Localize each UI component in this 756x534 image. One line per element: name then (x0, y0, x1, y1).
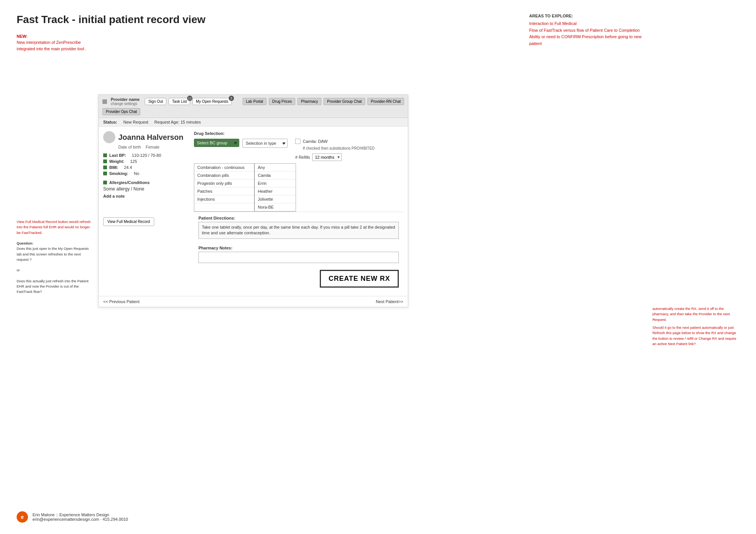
task-list-wrapper: Task List 11 (169, 98, 190, 105)
selection-type-select[interactable]: Selection in type (242, 139, 288, 148)
camila-row: Camila: DAW (295, 139, 375, 144)
vital-dot-bmi (103, 166, 107, 169)
bc-group-wrapper: Select BC group ▼ (194, 139, 239, 147)
patient-directions-label: Patient Directions: (198, 216, 399, 220)
bc-group-select[interactable]: Select BC group (194, 139, 239, 147)
area-item-2: Flow of FastTrack versus flow of Patient… (529, 27, 650, 34)
next-patient-link[interactable]: Next Patient>> (376, 299, 403, 304)
bc-group-container: Combination - continuous Combination pil… (194, 163, 403, 212)
areas-heading: AREAS TO EXPLORE: (529, 14, 650, 18)
provider-icon (102, 99, 107, 104)
note-view-full: View Full Medical Record button would re… (17, 219, 92, 295)
create-rx-button[interactable]: CREATE NEW RX (320, 270, 399, 288)
patient-avatar (103, 131, 115, 143)
sign-out-button[interactable]: Sign Out (145, 98, 166, 105)
vital-dot-smoking (103, 172, 107, 175)
add-note[interactable]: Add a note (103, 194, 164, 198)
left-annotation: NEW: New interpretation of ZenPrescribe … (17, 34, 92, 52)
bc-item-injections[interactable]: Injections (194, 195, 254, 203)
refills-label: # Refills (295, 155, 310, 159)
note-right-2: Should it go to the next patient automat… (652, 325, 739, 347)
patient-dob: Date of birth Female (118, 145, 194, 149)
camila-sub: If checked then substitutions PROHIBITED (303, 146, 375, 150)
provider-sub: change settings (111, 102, 139, 106)
bc-item-patches[interactable]: Patches (194, 187, 254, 195)
bc-group-list: Combination - continuous Combination pil… (194, 163, 254, 212)
pharmacy-tab[interactable]: Pharmacy (297, 98, 321, 105)
provider-group-chat-tab[interactable]: Provider Group Chat (324, 98, 365, 105)
my-open-requests-badge: 3 (229, 96, 234, 101)
selection-type-list: Any Camila Errin Heather Jolivette Nora-… (254, 163, 296, 212)
footer: e Erin Malone :: Experience Matters Desi… (17, 511, 128, 523)
new-label: NEW: (17, 34, 92, 39)
refills-wrapper: 12 months (312, 153, 342, 161)
bc-item-combination-continuous[interactable]: Combination - continuous (194, 164, 254, 172)
drug-selection-label: Drug Selection: (194, 131, 403, 136)
my-open-requests-wrapper: My Open Requests 3 (192, 98, 232, 105)
vital-bp: Last BP: 110-120 / 70-80 (103, 153, 194, 158)
patient-name-row: Joanna Halverson (103, 131, 194, 143)
lab-portal-tab[interactable]: Lab Portal (243, 98, 267, 105)
view-full-record-area: View Full Medical Record (103, 217, 194, 226)
bc-item-combination-pills[interactable]: Combination pills (194, 172, 254, 180)
my-open-requests-button[interactable]: My Open Requests (192, 98, 232, 105)
allergies-section: Allergies/Conditions Some allergy / None… (103, 180, 164, 198)
request-age: Request Age: 15 minutes (154, 120, 201, 124)
patient-name: Joanna Halverson (118, 133, 183, 142)
pharmacy-notes-input[interactable] (198, 252, 399, 263)
status-label: Status: (103, 120, 117, 124)
status-bar: Status: New Request Request Age: 15 minu… (99, 118, 408, 127)
selection-type-wrapper: Selection in type ▼ (242, 139, 288, 148)
selection-jolivette[interactable]: Jolivette (255, 195, 296, 203)
selection-camila[interactable]: Camila (255, 172, 296, 180)
allergies-label: Allergies/Conditions (109, 180, 150, 185)
camila-section: Camila: DAW If checked then substitution… (291, 139, 375, 161)
allergies-header: Allergies/Conditions (103, 180, 164, 185)
camila-label: Camila: DAW (303, 139, 328, 144)
selection-errin[interactable]: Errin (255, 180, 296, 187)
area-item-1: Interaction to Full Medical (529, 20, 650, 27)
vital-dot-weight (103, 159, 107, 163)
selection-heather[interactable]: Heather (255, 187, 296, 195)
annotation-text: New interpretation of ZenPrescribe integ… (17, 39, 92, 52)
vital-smoking: Smoking: No (103, 171, 194, 176)
content-body: Joanna Halverson Date of birth Female La… (99, 127, 408, 296)
vitals-list: Last BP: 110-120 / 70-80 Weight: 125 BMI… (103, 153, 194, 176)
footer-text: Erin Malone :: Experience Matters Design… (33, 512, 128, 522)
pharmacy-notes-label: Pharmacy Notes: (198, 246, 399, 250)
footer-email: erin@experiencemattersdesign.com · 415.2… (33, 517, 128, 522)
bottom-nav: << Previous Patient Next Patient>> (99, 296, 408, 307)
nav-provider: Provider name change settings (111, 97, 139, 106)
selection-nora-be[interactable]: Nora-BE (255, 203, 296, 211)
footer-logo: e (17, 511, 28, 523)
vital-dot-bp (103, 153, 107, 157)
pharmacy-notes-section: Pharmacy Notes: (194, 243, 403, 266)
create-rx-area: CREATE NEW RX (194, 266, 403, 291)
areas-to-explore: AREAS TO EXPLORE: Interaction to Full Me… (529, 14, 650, 47)
vital-weight: Weight: 125 (103, 159, 194, 164)
drug-dropdowns-row: Select BC group ▼ Selection in type ▼ Ca… (194, 139, 403, 161)
status-value: New Request (123, 120, 148, 124)
note-right-1: automatically create the RX, send it off… (652, 306, 739, 322)
provider-ops-chat-tab[interactable]: Provider Ops Chat (102, 108, 140, 115)
footer-name: Erin Malone :: Experience Matters Design (33, 512, 128, 517)
patient-info-left: Joanna Halverson Date of birth Female La… (103, 131, 194, 291)
refills-select[interactable]: 12 months (312, 153, 342, 161)
prev-patient-link[interactable]: << Previous Patient (103, 299, 139, 304)
camila-checkbox[interactable] (295, 139, 301, 144)
selection-any[interactable]: Any (255, 164, 296, 172)
vital-bmi: BMI: 24.4 (103, 165, 194, 170)
refills-row: # Refills 12 months (295, 153, 375, 161)
task-list-badge: 11 (187, 96, 192, 101)
allergies-dot (103, 181, 107, 184)
area-item-3: Ability or need to CONFIRM Prescription … (529, 34, 650, 47)
provider-rn-chat-tab[interactable]: Provider-RN Chat (367, 98, 404, 105)
nav-bar: Provider name change settings Sign Out T… (99, 95, 408, 118)
provider-name: Provider name (111, 97, 139, 102)
bc-item-progestin-only[interactable]: Progestin only pills (194, 180, 254, 187)
allergies-value: Some allergy / None (103, 186, 164, 192)
view-full-record-button[interactable]: View Full Medical Record (103, 217, 154, 226)
main-ui: Provider name change settings Sign Out T… (98, 94, 408, 307)
patient-directions-text: Take one tablet orally, once per day, at… (198, 222, 399, 239)
drug-prices-tab[interactable]: Drug Prices (269, 98, 295, 105)
